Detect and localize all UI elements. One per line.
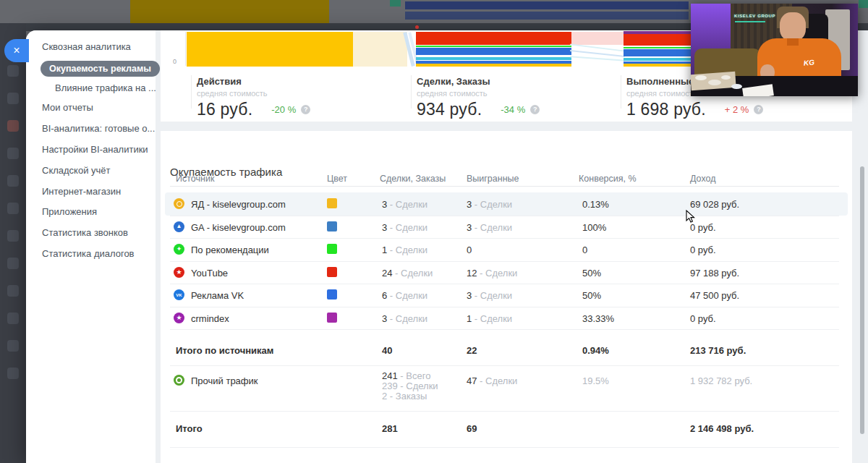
sidebar-item[interactable]: Складской учёт xyxy=(42,165,111,176)
dimmed-teal-2 xyxy=(859,0,868,8)
table-cell: 241 - Всего xyxy=(382,370,430,381)
income-cell: 47 500 руб. xyxy=(690,290,739,301)
row-divider xyxy=(170,307,839,307)
rail-icon-blob xyxy=(7,258,19,269)
totals-sources-value: 22 xyxy=(467,345,477,356)
metric-value: 934 руб. xyxy=(417,100,482,119)
dimmed-bar-2 xyxy=(405,12,689,20)
sidebar-item[interactable]: Влияние трафика на ... xyxy=(55,82,156,93)
row-divider xyxy=(170,261,839,262)
record-dot xyxy=(415,25,419,29)
table-cell: 3 - Сделки xyxy=(382,313,427,324)
dimmed-chart-block xyxy=(130,0,329,23)
source-name: crmindex xyxy=(191,313,229,324)
conversion-cell: 100% xyxy=(582,222,606,233)
person-face xyxy=(780,12,806,41)
sidebar-item[interactable]: Интернет-магазин xyxy=(42,186,121,197)
source-name: ЯД - kiselevgroup.com xyxy=(191,199,286,210)
triangle-source-icon: ▲ xyxy=(174,221,184,232)
funnel-segment xyxy=(187,32,353,67)
table-cell: 6 - Сделки xyxy=(382,290,427,301)
totals-sources-value: 0.94% xyxy=(582,345,609,356)
income-cell: 0 руб. xyxy=(690,245,716,255)
dimmed-left-rail xyxy=(0,23,26,463)
grand-total-value: 69 xyxy=(467,423,477,434)
metric-divider xyxy=(411,75,412,109)
sidebar-item-active[interactable]: Окупаемость рекламы xyxy=(41,61,160,77)
sidebar-item[interactable]: Сквозная аналитика xyxy=(42,41,131,52)
webcam-overlay[interactable]: KISELEV GROUP KG xyxy=(691,4,858,96)
column-header: Выигранные xyxy=(467,174,519,184)
funnel-segment xyxy=(416,61,571,64)
conversion-cell: 0 xyxy=(582,245,587,255)
rail-icon-blob xyxy=(7,65,19,77)
metric-card: Действиясредняя стоимость16 руб.-20 %? xyxy=(197,76,414,119)
income-cell: 1 932 782 руб. xyxy=(690,375,752,386)
metric-value-row: 934 руб.-34 %? xyxy=(417,100,634,119)
sidebar-item[interactable]: Статистика диалогов xyxy=(42,248,135,259)
funnel-segment xyxy=(416,57,571,60)
rail-icon-blob xyxy=(7,368,19,379)
roi-table: ИсточникЦветСделки, ЗаказыВыигранныеКонв… xyxy=(161,131,852,463)
help-icon[interactable]: ? xyxy=(301,105,310,114)
dimmed-teal-1 xyxy=(390,0,401,7)
column-header: Доход xyxy=(690,174,716,184)
help-icon[interactable]: ? xyxy=(754,105,763,114)
dimmed-bar-1 xyxy=(405,1,689,9)
close-button[interactable]: × xyxy=(4,39,29,62)
income-cell: 97 188 руб. xyxy=(690,268,739,279)
shirt-collar xyxy=(787,38,799,46)
conversion-cell: 50% xyxy=(582,290,601,301)
metric-card: Сделки, Заказысредняя стоимость934 руб.-… xyxy=(417,76,634,119)
conversion-cell: 33.33% xyxy=(582,313,614,324)
rail-icon-blob xyxy=(7,340,19,352)
table-cell: 3 - Сделки xyxy=(467,290,512,301)
rail-icon-blob xyxy=(7,313,19,324)
color-swatch xyxy=(327,289,337,300)
section-divider xyxy=(170,447,839,448)
table-cell: 3 - Сделки xyxy=(382,222,427,233)
spark-source-icon: ✦ xyxy=(174,244,184,255)
sidebar-item[interactable]: Мои отчеты xyxy=(42,102,93,113)
color-swatch xyxy=(327,198,337,208)
funnel-segment xyxy=(570,56,625,61)
rail-icon-blob xyxy=(7,148,19,159)
rail-icon-blob xyxy=(7,285,19,297)
donut-source-icon xyxy=(174,375,184,386)
grand-total-value: 2 146 498 руб. xyxy=(690,423,754,434)
sidebar-item[interactable]: Статистика звонков xyxy=(42,227,128,238)
source-name: Прочий трафик xyxy=(191,375,258,386)
totals-sources-label: Итого по источникам xyxy=(176,345,273,356)
row-divider xyxy=(170,216,839,216)
income-cell: 0 руб. xyxy=(690,222,716,233)
sign-underline xyxy=(735,21,765,22)
color-swatch xyxy=(327,244,337,254)
star-source-icon: ★ xyxy=(174,313,184,323)
funnel-segment xyxy=(416,64,571,67)
sidebar-item[interactable]: Приложения xyxy=(42,206,97,217)
rail-icon-blob xyxy=(7,175,19,187)
table-cell: 1 - Сделки xyxy=(382,245,427,255)
roi-card: Окупаемость трафика ИсточникЦветСделки, … xyxy=(161,131,852,463)
sidebar-item[interactable]: Настройки BI-аналитики xyxy=(42,144,148,155)
column-header: Источник xyxy=(176,174,214,184)
help-icon[interactable]: ? xyxy=(530,105,540,114)
table-cell: 47 - Сделки xyxy=(467,375,517,386)
metric-title: Действия xyxy=(197,76,414,87)
metric-divider xyxy=(191,75,192,109)
scrollbar-thumb[interactable] xyxy=(860,166,864,434)
table-cell: 239 - Сделки xyxy=(382,381,438,391)
rail-icon-blob xyxy=(7,203,19,214)
metric-delta: -20 % xyxy=(271,104,296,115)
metric-subtitle: средняя стоимость xyxy=(197,89,414,98)
metric-value-row: 16 руб.-20 %? xyxy=(197,100,414,119)
funnel-segment xyxy=(416,48,571,55)
column-header: Цвет xyxy=(327,174,347,184)
grand-total-value: 281 xyxy=(382,423,398,434)
section-divider xyxy=(170,365,839,366)
source-name: Реклама VK xyxy=(191,290,244,301)
sidebar-item[interactable]: BI-аналитика: готовые о... xyxy=(42,123,155,134)
funnel-segment xyxy=(416,32,571,45)
table-cell: 24 - Сделки xyxy=(382,268,433,279)
ring-source-icon xyxy=(174,198,184,209)
